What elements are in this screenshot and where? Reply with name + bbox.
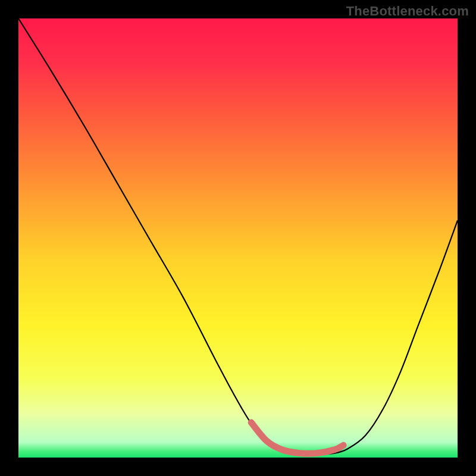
chart-stage: TheBottleneck.com — [0, 0, 476, 476]
plot-area — [18, 18, 458, 458]
watermark-text: TheBottleneck.com — [346, 4, 469, 19]
plot-svg — [18, 18, 458, 458]
